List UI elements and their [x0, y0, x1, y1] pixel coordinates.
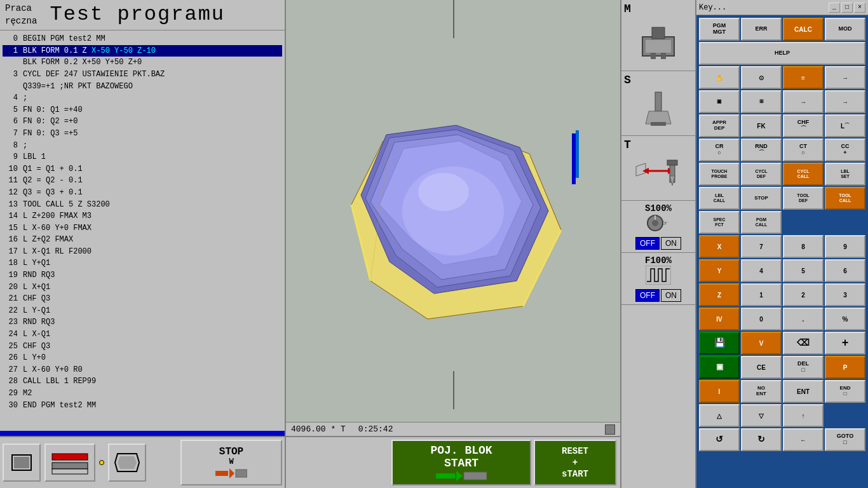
- cr-btn[interactable]: CR○: [699, 139, 740, 161]
- minimize-btn[interactable]: _: [829, 3, 840, 13]
- backspace-btn[interactable]: ⌫: [783, 332, 824, 355]
- y-axis-btn[interactable]: Y: [699, 259, 740, 282]
- right2-btn[interactable]: →: [783, 90, 824, 113]
- floppy2-btn[interactable]: ▣: [699, 356, 740, 379]
- tool-def-btn[interactable]: TOOLDEF: [783, 187, 824, 210]
- stop-w-button[interactable]: STOP W: [180, 440, 282, 485]
- reset-start-button[interactable]: RESET + sTART: [534, 440, 616, 485]
- p-btn[interactable]: P: [825, 356, 865, 379]
- lbl-set-btn[interactable]: LBLSET: [825, 163, 865, 186]
- code-line-2: BLK FORM 0.2 X+50 Y+50 Z+0: [3, 57, 282, 69]
- code-line-26: 25CHF Q3: [3, 341, 282, 353]
- touch-probe-btn[interactable]: TOUCHPROBE: [699, 163, 740, 186]
- x-axis-btn[interactable]: X: [699, 235, 740, 258]
- rnd-btn[interactable]: RND⌒: [741, 139, 782, 161]
- 3d-shape: [332, 78, 574, 344]
- tri-up-btn[interactable]: △: [699, 404, 740, 427]
- pgm-call-btn[interactable]: PGMCALL: [741, 211, 782, 234]
- num6-btn[interactable]: 6: [825, 259, 865, 282]
- line-num-9: 8: [3, 140, 18, 152]
- num4-btn[interactable]: 4: [741, 259, 782, 282]
- num5-btn[interactable]: 5: [783, 259, 824, 282]
- dot-btn[interactable]: .: [783, 308, 824, 330]
- v-axis-btn[interactable]: V: [741, 332, 782, 355]
- del-btn[interactable]: DEL□: [783, 356, 824, 379]
- mod-btn[interactable]: MOD: [825, 18, 865, 41]
- num3-btn[interactable]: 3: [825, 283, 865, 306]
- ct-btn[interactable]: CT○: [783, 139, 824, 161]
- rot-ccw-btn[interactable]: ↺: [699, 428, 740, 451]
- floppy-btn[interactable]: 💾: [699, 332, 740, 355]
- end-btn[interactable]: END□: [825, 380, 865, 403]
- left-arrow-btn[interactable]: ←: [783, 428, 824, 451]
- stop-icon: [212, 468, 250, 479]
- plus-btn[interactable]: +: [825, 332, 865, 355]
- s-on-button[interactable]: ON: [661, 237, 681, 250]
- svg-rect-27: [655, 92, 661, 111]
- circle-btn[interactable]: ⊙: [741, 66, 782, 89]
- header-left: Praca ręczna: [5, 3, 37, 27]
- cc-btn[interactable]: CC+: [825, 139, 865, 161]
- no-ent-btn[interactable]: NOENT: [741, 380, 782, 403]
- ent-btn[interactable]: ENT: [783, 380, 824, 403]
- help-btn[interactable]: HELP: [699, 42, 865, 65]
- action-row3: I NOENT ENT END□: [696, 380, 868, 404]
- appr-dep-btn[interactable]: APPRDEP: [699, 114, 740, 137]
- s-off-button[interactable]: OFF: [635, 237, 660, 250]
- num9-btn[interactable]: 9: [825, 235, 865, 258]
- err-btn[interactable]: ERR: [741, 18, 782, 41]
- line-num-17: 16: [3, 234, 18, 246]
- maximize-btn[interactable]: □: [841, 3, 853, 13]
- tool-call-btn[interactable]: TOOLCALL: [825, 187, 865, 210]
- f-on-button[interactable]: ON: [661, 289, 681, 302]
- code-line-30: 29M2: [3, 388, 282, 400]
- coords-display: 4096.00 * T: [291, 424, 346, 434]
- l-btn[interactable]: L⌒: [825, 114, 865, 137]
- fk-btn[interactable]: FK: [741, 114, 782, 137]
- iv-axis-btn[interactable]: IV: [699, 308, 740, 330]
- spec-fct-btn[interactable]: SPECFCT: [699, 211, 740, 234]
- chf-key-btn[interactable]: CHF⌒: [783, 114, 824, 137]
- tri-down-btn[interactable]: ▽: [741, 404, 782, 427]
- z-axis-btn[interactable]: Z: [699, 283, 740, 306]
- percent-btn[interactable]: %: [825, 308, 865, 330]
- line-content-24: RND RQ3: [23, 316, 55, 329]
- rot-cw-btn[interactable]: ↻: [741, 428, 782, 451]
- arrow-right3-btn[interactable]: →: [825, 90, 865, 113]
- num1-btn[interactable]: 1: [741, 283, 782, 306]
- close-btn[interactable]: ×: [854, 3, 865, 13]
- cycl-def-btn[interactable]: CYCLDEF: [741, 163, 782, 186]
- img-btn[interactable]: ▣: [699, 90, 740, 113]
- i-btn[interactable]: I: [699, 380, 740, 403]
- num0-btn[interactable]: 0: [741, 308, 782, 330]
- num7-btn[interactable]: 7: [741, 235, 782, 258]
- ctrl-btn-2[interactable]: [44, 444, 95, 482]
- code-line-25: 24L X-Q1: [3, 329, 282, 341]
- line-num-13: 12: [3, 187, 18, 199]
- pgm-mgt-btn[interactable]: PGMMGT: [699, 18, 740, 41]
- line-num-26: 25: [3, 341, 18, 353]
- page-btn[interactable]: ⊞: [741, 90, 782, 113]
- num8-btn[interactable]: 8: [783, 235, 824, 258]
- start-poj-blok-button[interactable]: POJ. BLOK START: [391, 440, 531, 485]
- calc-btn[interactable]: CALC: [783, 18, 824, 41]
- f-off-button[interactable]: OFF: [635, 289, 660, 302]
- ctrl-btn-1[interactable]: [3, 444, 41, 482]
- start-blok-label: START: [444, 457, 478, 470]
- num2-btn[interactable]: 2: [783, 283, 824, 306]
- lines-btn[interactable]: ≡: [783, 66, 824, 89]
- code-line-28: 27L X-60 Y+0 R0: [3, 364, 282, 376]
- up-arrow-btn[interactable]: ↑: [783, 404, 824, 427]
- stop-btn[interactable]: STOP: [741, 187, 782, 210]
- line-num-25: 24: [3, 329, 18, 341]
- goto-btn[interactable]: GOTO□: [825, 428, 865, 451]
- line-content-2: BLK FORM 0.2 X+50 Y+50 Z+0: [23, 57, 142, 69]
- ce-btn[interactable]: CE: [741, 356, 782, 379]
- cycl-call-btn[interactable]: CYCLCALL: [783, 163, 824, 186]
- s100-label: S100%: [645, 203, 672, 214]
- right-arrow-btn[interactable]: →: [825, 66, 865, 89]
- hand-btn[interactable]: ✋: [699, 66, 740, 89]
- line-num-8: 7: [3, 128, 18, 140]
- ctrl-btn-3[interactable]: [108, 444, 146, 482]
- lbl-call-btn[interactable]: LBLCALL: [699, 187, 740, 210]
